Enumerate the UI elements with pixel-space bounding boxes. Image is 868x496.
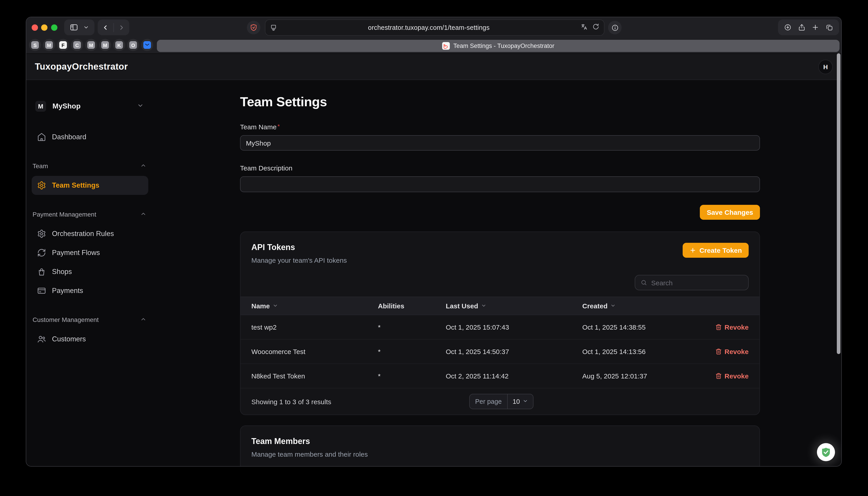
translate-icon[interactable] [581,23,588,32]
token-name: test wp2 [251,323,378,331]
column-abilities: Abilities [378,302,446,310]
revoke-button[interactable]: Revoke [715,348,749,355]
save-changes-button[interactable]: Save Changes [700,205,760,220]
team-description-input[interactable] [240,176,760,192]
bookmark-favicon[interactable]: F [57,39,69,51]
sidebar-item-dashboard[interactable]: Dashboard [32,127,148,146]
sidebar-item-orchestration-rules[interactable]: Orchestration Rules [32,224,148,243]
bookmark-favicon-mail[interactable] [141,39,153,51]
table-row: N8ked Test Token * Oct 2, 2025 11:14:42 … [240,364,759,388]
token-last-used: Oct 1, 2025 14:50:37 [446,348,582,355]
sidebar: M MyShop Dashboard Team [26,80,148,466]
adguard-protection-badge[interactable] [817,443,835,461]
per-page-select[interactable]: 10 [508,394,533,409]
token-created: Oct 1, 2025 14:38:55 [582,323,694,331]
page-info-button[interactable] [608,21,621,34]
new-tab-icon[interactable] [811,24,819,31]
chevron-up-icon [140,316,146,324]
sidebar-item-payment-flows[interactable]: Payment Flows [32,243,148,262]
sidebar-toggle-group [64,19,94,35]
chevron-up-icon [140,211,146,218]
tokens-search-box[interactable] [635,275,749,290]
browser-toolbar: orchestrator.tuxopay.com/1/team-settings [26,17,841,38]
sidebar-section-payment-management[interactable]: Payment Management [32,210,148,219]
revoke-button[interactable]: Revoke [715,323,749,331]
sidebar-section-customer-management[interactable]: Customer Management [32,315,148,324]
zoom-window-button[interactable] [51,25,58,31]
active-tab[interactable]: Team Settings - TuxopayOrchestrator [157,40,839,52]
sidebar-section-team[interactable]: Team [32,161,148,170]
team-name-input[interactable] [240,135,760,151]
share-icon[interactable] [798,24,806,31]
token-last-used: Oct 2, 2025 11:14:42 [446,372,582,380]
tab-overview-icon[interactable] [825,24,833,31]
revoke-button[interactable]: Revoke [715,372,749,380]
app-brand: TuxopayOrchestrator [35,62,128,72]
main-area: Team Settings Team Name* Team Descriptio… [148,80,841,466]
users-icon [37,335,46,344]
bookmark-favicon[interactable]: M [99,39,111,51]
tokens-search-input[interactable] [651,279,743,286]
reload-icon[interactable] [592,23,599,32]
sidebar-item-customers[interactable]: Customers [32,330,148,348]
browser-window: orchestrator.tuxopay.com/1/team-settings [26,17,842,467]
reader-view-icon[interactable] [270,24,277,31]
site-favicon [442,42,449,50]
address-bar[interactable]: orchestrator.tuxopay.com/1/team-settings [265,19,604,36]
forward-button[interactable] [118,24,125,31]
bookmark-favicon[interactable]: K [113,39,125,51]
column-name[interactable]: Name [251,302,378,310]
bookmark-favicon[interactable]: S [29,39,41,51]
window-actions-group [778,19,839,35]
team-switcher[interactable]: M MyShop [32,97,148,115]
desktop: orchestrator.tuxopay.com/1/team-settings [0,0,868,496]
app-header: TuxopayOrchestrator H [26,54,841,80]
chevron-down-icon [137,102,144,111]
api-tokens-title: API Tokens [251,243,347,252]
sort-chevron-icon [610,302,616,310]
browser-chrome: orchestrator.tuxopay.com/1/team-settings [26,17,841,54]
adblock-extension-button[interactable] [247,21,261,34]
shield-extension-icon [250,24,258,32]
tab-row: S M F C M M K O Team Settings - Tuxo [26,38,841,53]
home-icon [37,133,46,141]
bookmark-favicon[interactable]: M [85,39,97,51]
team-name-label: Team Name* [240,123,760,131]
column-last-used[interactable]: Last Used [446,302,582,310]
token-abilities: * [378,372,446,380]
chevron-down-icon [523,398,528,405]
token-created: Oct 1, 2025 14:13:56 [582,348,694,355]
column-created[interactable]: Created [582,302,694,310]
credit-card-icon [37,286,46,295]
create-token-button[interactable]: Create Token [683,243,749,258]
minimize-window-button[interactable] [41,25,47,31]
per-page-control[interactable]: Per page 10 [469,394,534,409]
sidebar-menu-chevron-icon[interactable] [83,25,89,30]
token-last-used: Oct 1, 2025 15:07:43 [446,323,582,331]
mail-icon [143,41,151,49]
bookmark-favicon[interactable]: C [71,39,83,51]
plus-icon [690,247,696,254]
token-name: N8ked Test Token [251,372,378,380]
downloads-icon[interactable] [784,24,792,31]
user-avatar[interactable]: H [818,60,833,74]
bookmark-favicon[interactable]: M [43,39,55,51]
trash-icon [715,324,722,330]
back-button[interactable] [102,24,109,31]
gear-icon [37,181,46,190]
sidebar-item-payments[interactable]: Payments [32,281,148,300]
sidebar-item-team-settings[interactable]: Team Settings [32,176,148,195]
chevron-up-icon [140,162,146,170]
sidebar-toggle-icon[interactable] [69,23,78,32]
table-row: Woocomerce Test * Oct 1, 2025 14:50:37 O… [240,340,759,364]
trash-icon [715,348,722,355]
sidebar-item-shops[interactable]: Shops [32,262,148,281]
api-tokens-card: API Tokens Manage your team's API tokens… [240,232,760,415]
tokens-table-footer: Showing 1 to 3 of 3 results Per page 10 [240,388,759,415]
close-window-button[interactable] [32,25,38,31]
trash-icon [715,373,722,379]
url-text[interactable]: orchestrator.tuxopay.com/1/team-settings [277,24,581,31]
sort-chevron-icon [481,302,486,310]
scrollbar-thumb[interactable] [837,53,840,354]
bookmark-favicon[interactable]: O [127,39,139,51]
